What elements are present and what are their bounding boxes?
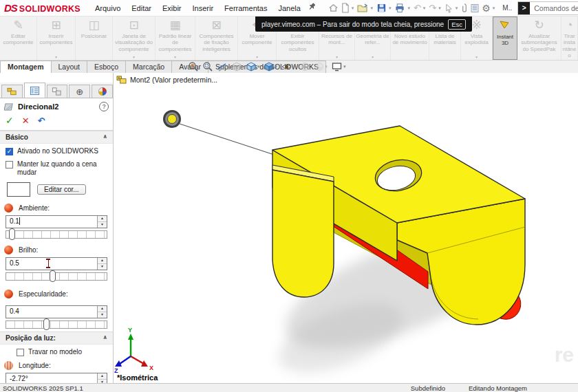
spinner-arrows[interactable]: ▲▼ (97, 216, 107, 228)
menu-editar[interactable]: Editar (127, 2, 156, 14)
view-orientation-icon[interactable]: ▾ (245, 61, 261, 73)
ribbon-posicionar[interactable]: ◫Posicionar (76, 17, 113, 60)
save-caret-icon[interactable]: ▾ (389, 6, 392, 11)
ribbon-inserir-componentes[interactable]: ⊞Inserir componentes▾ (37, 17, 76, 60)
dropdown-caret-icon[interactable]: ▾ (256, 54, 258, 59)
settings-caret-icon[interactable]: ▾ (493, 6, 495, 11)
save-button[interactable] (376, 1, 387, 14)
dropdown-caret-icon[interactable]: ▾ (293, 64, 296, 69)
cancel-button[interactable]: ✕ (22, 116, 30, 126)
tab-featuremanager[interactable] (1, 85, 23, 98)
menu-arquivo[interactable]: Arquivo (90, 2, 125, 14)
previous-view-icon[interactable] (231, 61, 243, 73)
specularity-input[interactable]: 0.4 ▲▼ (6, 305, 107, 318)
undo-button-panel[interactable]: ↶ (38, 116, 45, 126)
checkbox-checked[interactable]: ✓ (6, 148, 13, 155)
slider-thumb[interactable] (9, 228, 15, 240)
dropdown-caret-icon[interactable]: ▾ (275, 64, 278, 69)
print-caret-icon[interactable]: ▾ (407, 6, 410, 11)
spinner-arrows[interactable]: ▲▼ (97, 306, 107, 318)
dropdown-caret-icon[interactable]: ▾ (343, 64, 346, 69)
open-caret-icon[interactable]: ▾ (370, 6, 373, 11)
redo-caret-icon[interactable]: ▾ (438, 6, 441, 11)
edit-appearance-icon[interactable] (299, 61, 311, 73)
tab-configurationmanager[interactable] (47, 85, 68, 98)
enabled-checkbox-row[interactable]: ✓ Ativado no SOLIDWORKS (0, 144, 113, 157)
select-caret-icon[interactable]: ▾ (456, 6, 458, 11)
tab-esboco[interactable]: Esboço (87, 61, 126, 73)
new-document-button[interactable] (340, 1, 350, 14)
tab-dimxpertmanager[interactable]: ⊕ (69, 85, 90, 98)
dropdown-caret-icon[interactable]: ▾ (174, 54, 176, 59)
collapse-chevron-icon[interactable]: ∧ (103, 133, 108, 141)
ribbon-tirar-instantaneo[interactable]: ◔Tirar instantâneo (561, 17, 578, 60)
longitude-input[interactable]: -2.72° ▲▼ (6, 373, 107, 383)
ambient-input[interactable]: 0.1 ▲▼ (6, 215, 107, 228)
ambient-slider[interactable] (6, 230, 107, 239)
dropdown-caret-icon[interactable]: ▾ (475, 54, 478, 59)
ribbon-atualizar-speedpak[interactable]: ↻Atualizar submontagens do SpeedPak (517, 17, 561, 60)
keep-light-checkbox-row[interactable]: Manter luz quando a cena mudar (0, 157, 113, 178)
ribbon-janela-visualizacao[interactable]: ⊡Janela de visualização do componente▾ (113, 17, 156, 60)
tab-displaymanager[interactable] (92, 85, 113, 98)
zoom-fit-icon[interactable] (187, 61, 200, 73)
spinner-arrows[interactable]: ▲▼ (97, 258, 107, 270)
group-posicao-header[interactable]: Posição da luz: ∧ (0, 331, 113, 345)
hide-show-items-icon[interactable]: ▾ (280, 61, 297, 73)
slider-thumb[interactable] (50, 270, 56, 282)
undo-caret-icon[interactable]: ▾ (423, 6, 426, 11)
task-list-icon[interactable] (469, 2, 480, 14)
lock-model-checkbox-row[interactable]: Travar no modelo (0, 345, 113, 358)
ok-button[interactable]: ✓ (6, 115, 14, 126)
dropdown-caret-icon[interactable]: ▾ (325, 64, 328, 69)
attachment-icon[interactable] (460, 1, 469, 14)
view-settings-icon[interactable]: ▾ (330, 61, 347, 73)
tab-layout[interactable]: Layout (51, 61, 88, 73)
dropdown-caret-icon[interactable]: ▾ (257, 64, 260, 69)
search-input[interactable]: Comandos de pesquisa (530, 4, 578, 12)
group-basico-header[interactable]: Básico ∧ (0, 131, 113, 144)
print-button[interactable] (394, 1, 406, 14)
undo-button[interactable]: ↶ (413, 2, 422, 14)
user-label[interactable]: M.. (502, 4, 512, 12)
ribbon-editar-componente[interactable]: ✎Editar componente (0, 17, 37, 60)
color-swatch[interactable] (7, 182, 30, 197)
tree-item-label[interactable]: Mont2 (Valor predetermin... (130, 76, 217, 84)
menu-exibir[interactable]: Exibir (158, 2, 186, 14)
tab-marcacao[interactable]: Marcação (125, 61, 172, 73)
help-icon[interactable]: ? (99, 102, 109, 111)
display-style-icon[interactable]: ▾ (263, 61, 279, 73)
graphics-viewport[interactable]: Y X Z Mont2 (Valor predetermin... *Isomé… (114, 73, 578, 383)
dropdown-caret-icon[interactable]: ▾ (55, 54, 57, 59)
menu-inserir[interactable]: Inserir (188, 2, 219, 14)
specularity-slider[interactable] (6, 320, 107, 329)
tab-montagem[interactable]: Montagem (0, 61, 52, 73)
checkbox-unchecked[interactable] (17, 349, 24, 356)
checkbox-unchecked[interactable] (6, 161, 13, 168)
dropdown-caret-icon[interactable]: ▾ (336, 54, 338, 59)
flyout-feature-tree[interactable]: Mont2 (Valor predetermin... (116, 75, 217, 84)
menu-ferramentas[interactable]: Ferramentas (220, 2, 272, 14)
dropdown-caret-icon[interactable]: ▾ (133, 54, 135, 59)
ribbon-instant-3d[interactable]: Instant 3D (493, 17, 517, 60)
brightness-slider[interactable] (6, 272, 107, 281)
brightness-input[interactable]: 0.5 ▲▼ (6, 257, 107, 270)
menu-janela[interactable]: Janela (273, 2, 305, 14)
ribbon-fixacao-inteligente[interactable]: ⊠Componentes de fixação inteligentes (195, 17, 238, 60)
redo-button[interactable]: ↷ (428, 2, 437, 14)
spinner-arrows[interactable]: ▲▼ (97, 373, 107, 383)
slider-thumb[interactable] (43, 318, 50, 330)
home-button[interactable] (328, 1, 339, 14)
pin-menu-icon[interactable] (307, 2, 317, 14)
bracket-near-plate[interactable] (272, 170, 334, 297)
tab-propertymanager[interactable] (24, 83, 45, 98)
collapse-chevron-icon[interactable]: ∧ (103, 334, 108, 342)
search-box[interactable]: > Comandos de pesquisa (517, 1, 578, 15)
section-view-icon[interactable] (216, 61, 228, 73)
new-caret-icon[interactable]: ▾ (352, 6, 354, 11)
open-button[interactable] (356, 2, 369, 14)
assembly-model[interactable]: Y X Z (114, 73, 568, 383)
zoom-area-icon[interactable] (202, 61, 214, 73)
settings-gear-icon[interactable]: ⚙ (481, 2, 491, 14)
directional-light-manipulator[interactable] (163, 110, 181, 128)
